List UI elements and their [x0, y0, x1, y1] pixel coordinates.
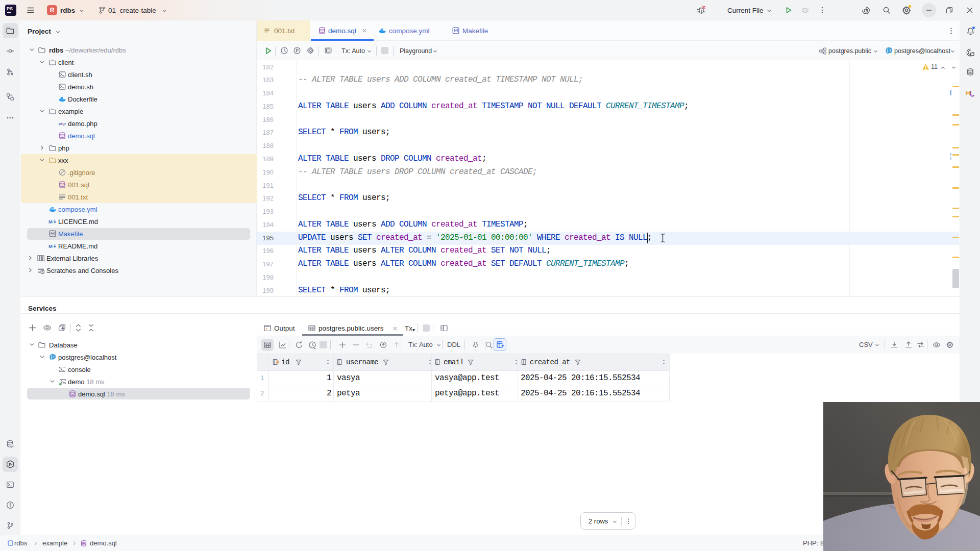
svg-text:M: M: [48, 219, 53, 224]
svg-text:php: php: [58, 121, 66, 126]
svg-text:M: M: [48, 243, 53, 249]
